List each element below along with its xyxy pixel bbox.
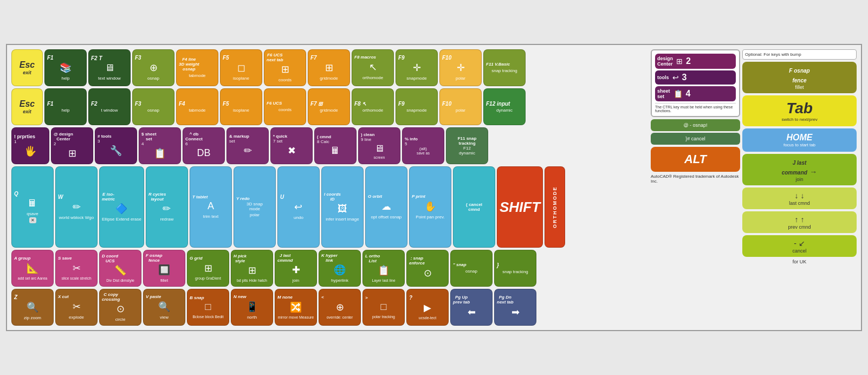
key-f3-bottom[interactable]: F3 osnap — [132, 88, 174, 125]
key-d[interactable]: D coordUCS 📏 Div Dist dimstyle — [99, 250, 141, 287]
key-f11-top[interactable]: F11 V.Basic snap tracking — [483, 49, 526, 86]
side-key-cancel[interactable]: }# cancel — [651, 133, 740, 145]
key-n[interactable]: N new 📱 north — [231, 289, 273, 326]
key-c[interactable]: C copycrossing ⊙ circle — [99, 289, 141, 326]
key-cmnd-calc[interactable]: ( cmnd 8 Calc 🖩 — [314, 127, 357, 164]
key-brace-close[interactable]: } snap tracking — [494, 250, 536, 287]
key-a[interactable]: A group 📐 add sel arc Aarea — [11, 250, 54, 287]
key-pgup[interactable]: Pg Upprev tab ⬅ — [450, 289, 493, 326]
key-y[interactable]: Y redo 3D snapmode polar — [234, 166, 276, 248]
key-x[interactable]: X cut ✂ explode — [55, 289, 98, 326]
key-4-sheetset[interactable]: $ sheetset 4 📋 — [139, 127, 181, 164]
key-f10-top[interactable]: F10 ✛ polar — [439, 49, 482, 86]
key-last-cmnd[interactable]: ↓ ↓ last cmnd — [742, 188, 857, 209]
key-orthomode[interactable]: ORTHOMODE — [545, 166, 565, 248]
key-cancel-cmnd[interactable]: { cancelcmnd — [453, 166, 495, 248]
key-6-dbconnect[interactable]: ^ dbConnect 6 DB — [183, 127, 225, 164]
key-h[interactable]: H pickstyle ⊞ bd plts Hide hatch — [231, 250, 273, 287]
key-f8-bottom[interactable]: F8 ↖ orthomode — [352, 88, 394, 125]
key-3-tools[interactable]: # tools 3 🔧 — [95, 127, 137, 164]
key-j-last-command[interactable]: J lastcommand → join — [742, 154, 857, 185]
key-r[interactable]: R cycleslayout ✏ redraw — [146, 166, 188, 248]
key-shift[interactable]: SHIFT — [497, 166, 543, 248]
key-f1-bottom[interactable]: F1 help — [44, 88, 87, 125]
key-quickcalc[interactable]: * quick 7 set ✖ — [270, 127, 313, 164]
key-j[interactable]: J lastcmmnd ✚ join — [275, 250, 317, 287]
key-f9-bottom[interactable]: F9 snapmode — [396, 88, 438, 125]
side-key-design-center[interactable]: designCenter ⊞ 2 — [655, 54, 736, 69]
key-f4-bottom[interactable]: F4 tabmode — [176, 88, 218, 125]
key-esc-top[interactable]: Esc exit — [11, 49, 43, 86]
key-s[interactable]: S save ✂ slice scale stretch — [55, 250, 98, 287]
key-t[interactable]: T tablet A trim text — [190, 166, 232, 248]
key-1-prprties[interactable]: ! prprties 1 🖐 — [11, 127, 49, 164]
key-k[interactable]: K hyperlink 🌐 hyperlink — [319, 250, 361, 287]
key-less[interactable]: < ⊕ override: center — [319, 289, 361, 326]
keyboard-chart: Esc exit F1 📚 help F2 T 🖥 text window F3… — [6, 44, 862, 331]
key-m[interactable]: M none 🔀 mirror move Measure — [275, 289, 317, 326]
key-home[interactable]: HOME focus to start tab — [742, 128, 857, 152]
right-panel: designCenter ⊞ 2 tools ↩ 3 sheetset 📋 — [651, 49, 857, 326]
key-f[interactable]: F osnapfence 🔲 fillet — [143, 250, 185, 287]
key-f5-top[interactable]: F5 ◻ isoplane — [220, 49, 262, 86]
side-bottom-keys: @ - osnap! }# cancel — [651, 119, 740, 145]
key-f11-snap[interactable]: F11 snaptracking F12dynamic — [446, 127, 488, 164]
key-u[interactable]: U ↩ undo — [277, 166, 320, 248]
key-o[interactable]: O orbit ☁ opt offset osnap — [365, 166, 407, 248]
key-e[interactable]: E iso-metric 🔷 Ellipse Extend erase — [99, 166, 144, 248]
key-z[interactable]: Z 🔍 zip zoom — [11, 289, 54, 326]
key-clean-screen[interactable]: ) clean 9 line 🖥 screen — [358, 127, 400, 164]
side-key-sheet-set[interactable]: sheetset 📋 4 — [655, 86, 736, 101]
autocad-info: AutoCAD® Registered trademark of Autodes… — [651, 174, 740, 184]
key-f6-bottom[interactable]: F6 UCS coords — [264, 88, 306, 125]
key-markup[interactable]: & markup set ✏ — [226, 127, 269, 164]
key-f9-top[interactable]: F9 ✛ snapmode — [396, 49, 438, 86]
key-f6-top[interactable]: F6 UCSnext tab ⊞ coords — [264, 49, 306, 86]
key-question[interactable]: ? ▶ ucsde-tect — [406, 289, 449, 326]
key-f1-top[interactable]: F1 📚 help — [44, 49, 87, 86]
key-i[interactable]: I coordsID 🖼 infer insert image — [321, 166, 364, 248]
key-esc-bottom[interactable]: Esc exit — [11, 88, 43, 125]
key-g[interactable]: G grid ⊞ group GraDient — [187, 250, 229, 287]
key-f2-bottom[interactable]: F2 t window — [88, 88, 131, 125]
key-l[interactable]: L orthoList 📋 Layer last line — [362, 250, 405, 287]
key-f4-top[interactable]: F4 line3D weightosnap tabmode — [176, 49, 218, 86]
key-tab[interactable]: Tab switch to next/prev — [742, 95, 857, 126]
row-numbers: ! prprties 1 🖐 @ designCenter 2 ⊞ # tool… — [11, 127, 647, 164]
key-f-osnap-fence[interactable]: F osnapfence fillet — [742, 62, 857, 93]
key-colon[interactable]: : snapenforce ⊙ — [406, 250, 449, 287]
key-f5-bottom[interactable]: F5 isoplane — [220, 88, 262, 125]
key-w[interactable]: W ✏ world wblock Wgo — [55, 166, 98, 248]
key-cancel-right[interactable]: - ↙ cancel — [742, 235, 857, 257]
key-info[interactable]: % info 5 (alt) save as — [402, 127, 444, 164]
key-f7-bottom[interactable]: F7 ⊞ gridmode — [308, 88, 350, 125]
row-q: Q 🖩 qsave ✕ W ✏ world wblock Wgo E iso-m… — [11, 166, 647, 248]
key-v[interactable]: V paste 🔍 view — [143, 289, 185, 326]
key-2-designcenter[interactable]: @ designCenter 2 ⊞ — [51, 127, 93, 164]
right-nav-keys: Optional: For keys with bump F osnapfenc… — [742, 49, 857, 264]
key-alt[interactable]: ALT — [651, 147, 740, 172]
row-z: Z 🔍 zip zoom X cut ✂ explode C copycross… — [11, 289, 647, 326]
key-f7-top[interactable]: F7 ⊞ gridmode — [308, 49, 350, 86]
row-a: A group 📐 add sel arc Aarea S save ✂ sli… — [11, 250, 647, 287]
key-f12-input[interactable]: F12 input dynamic — [483, 88, 526, 125]
key-f3-top[interactable]: F3 ⊕ osnap — [132, 49, 174, 86]
optional-note: Optional: For keys with bump — [742, 49, 857, 60]
key-q[interactable]: Q 🖩 qsave ✕ — [11, 166, 54, 248]
key-f8-top[interactable]: F8 macros ↖ orthomode — [352, 49, 394, 86]
key-greater[interactable]: > □ polar tracking — [362, 289, 405, 326]
key-b[interactable]: B snap □ Bclose block Bedit — [187, 289, 229, 326]
for-uk-label: for UK — [742, 259, 857, 264]
key-f10-bottom[interactable]: F10 polar — [439, 88, 482, 125]
right-top: designCenter ⊞ 2 tools ↩ 3 sheetset 📋 — [651, 49, 857, 264]
key-quote[interactable]: " snap osnap — [450, 250, 493, 287]
key-p[interactable]: P print ✋ Point pan prev. — [409, 166, 451, 248]
ctrl-panel: designCenter ⊞ 2 tools ↩ 3 sheetset 📋 — [651, 49, 740, 117]
key-f2-top[interactable]: F2 T 🖥 text window — [88, 49, 131, 86]
key-prev-cmnd[interactable]: ↑ ↑ prev cmnd — [742, 211, 857, 233]
side-key-tools[interactable]: tools ↩ 3 — [655, 70, 736, 85]
side-key-osnap[interactable]: @ - osnap! — [651, 119, 740, 131]
row-f-bottom: Esc exit F1 help F2 t window F3 osnap F4… — [11, 88, 647, 125]
key-pgdn[interactable]: Pg Dnnext tab ➡ — [494, 289, 536, 326]
main-keyboard: Esc exit F1 📚 help F2 T 🖥 text window F3… — [11, 49, 647, 326]
